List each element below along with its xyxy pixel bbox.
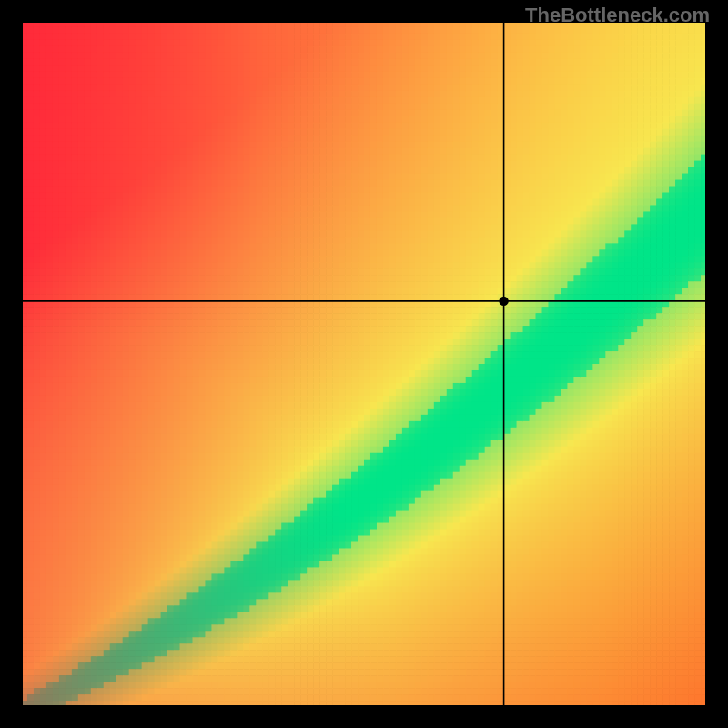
heatmap-canvas <box>0 0 728 728</box>
watermark-text: TheBottleneck.com <box>525 4 710 27</box>
chart-container: TheBottleneck.com <box>0 0 728 728</box>
